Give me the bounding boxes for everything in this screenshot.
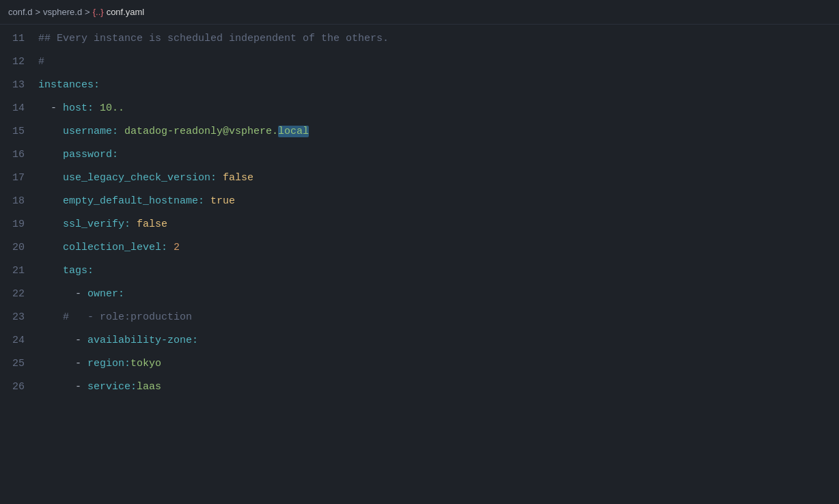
line-number: 18 [0, 190, 38, 213]
line-content: - host: 10.. [38, 97, 839, 120]
breadcrumb-sep1: > [35, 7, 40, 17]
code-line: 11## Every instance is scheduled indepen… [0, 27, 839, 51]
line-number: 25 [0, 352, 38, 376]
code-line: 19 ssl_verify: false [0, 213, 839, 236]
line-number: 21 [0, 260, 38, 283]
line-content: username: datadog-readonly@vsphere.local [38, 120, 839, 143]
code-line: 12# [0, 51, 839, 74]
line-number: 19 [0, 213, 38, 236]
code-line: 18 empty_default_hostname: true [0, 190, 839, 213]
line-number: 23 [0, 306, 38, 329]
breadcrumb-part1[interactable]: conf.d [8, 7, 32, 17]
code-line: 23 # - role:production [0, 306, 839, 329]
line-content: - region:tokyo [38, 352, 839, 376]
breadcrumb-icon: {..} [93, 7, 104, 17]
line-content: - service:laas [38, 376, 839, 399]
code-line: 14 - host: 10.. [0, 97, 839, 120]
code-line: 25 - region:tokyo [0, 352, 839, 376]
line-content: use_legacy_check_version: false [38, 167, 839, 190]
code-line: 15 username: datadog-readonly@vsphere.lo… [0, 120, 839, 143]
line-number: 12 [0, 51, 38, 74]
line-number: 11 [0, 27, 38, 51]
line-number: 17 [0, 167, 38, 190]
line-number: 26 [0, 376, 38, 399]
line-number: 13 [0, 74, 38, 97]
code-line: 20 collection_level: 2 [0, 236, 839, 260]
code-line: 13instances: [0, 74, 839, 97]
code-line: 26 - service:laas [0, 376, 839, 399]
breadcrumb-current: conf.yaml [107, 7, 145, 17]
line-content: instances: [38, 74, 839, 97]
code-area: 11## Every instance is scheduled indepen… [0, 25, 839, 504]
line-content: - availability-zone: [38, 329, 839, 352]
line-content: collection_level: 2 [38, 236, 839, 260]
breadcrumb-part2[interactable]: vsphere.d [43, 7, 82, 17]
line-number: 20 [0, 236, 38, 260]
line-content: password: [38, 143, 839, 167]
code-line: 22 - owner: [0, 283, 839, 306]
code-line: 16 password: [0, 143, 839, 167]
line-content: # [38, 51, 839, 74]
line-content: ssl_verify: false [38, 213, 839, 236]
line-content: empty_default_hostname: true [38, 190, 839, 213]
line-number: 16 [0, 143, 38, 167]
code-line: 21 tags: [0, 260, 839, 283]
line-content: # - role:production [38, 306, 839, 329]
code-line: 24 - availability-zone: [0, 329, 839, 352]
line-number: 22 [0, 283, 38, 306]
line-number: 14 [0, 97, 38, 120]
breadcrumb-bar: conf.d > vsphere.d > {..} conf.yaml [0, 0, 839, 25]
line-content: ## Every instance is scheduled independe… [38, 27, 839, 51]
line-number: 24 [0, 329, 38, 352]
line-number: 15 [0, 120, 38, 143]
code-line: 17 use_legacy_check_version: false [0, 167, 839, 190]
line-content: - owner: [38, 283, 839, 306]
breadcrumb-sep2: > [85, 7, 90, 17]
line-content: tags: [38, 260, 839, 283]
